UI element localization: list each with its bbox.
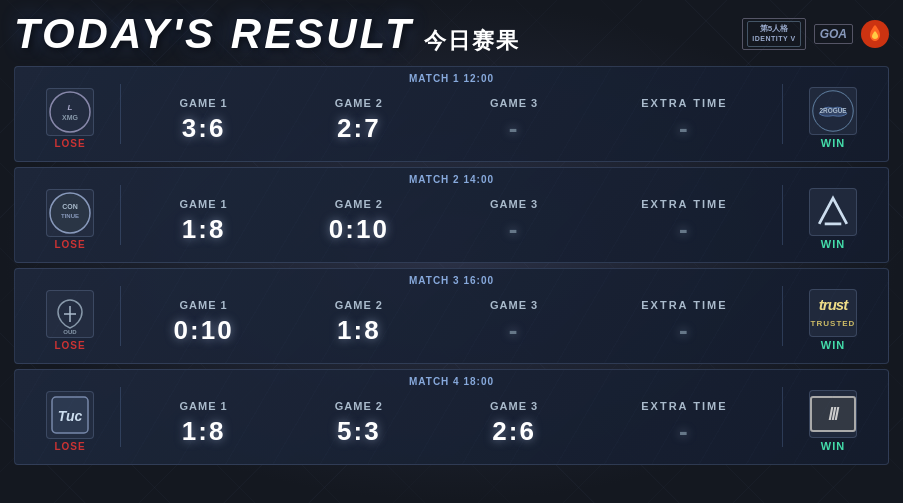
match2-game1-score: 1:8 <box>182 214 226 245</box>
goa-logo: GOA <box>814 24 853 44</box>
match3-game3: GAME 3 - <box>464 299 564 346</box>
match3-extra: EXTRA TIME - <box>619 299 749 346</box>
match1-game2-score: 2:7 <box>337 113 381 144</box>
team-right-2-result: WIN <box>821 238 845 250</box>
tuc-logo: Tuc <box>46 391 94 439</box>
team-left-1-result: LOSE <box>54 138 85 149</box>
match4-game1-score: 1:8 <box>182 416 226 447</box>
match4-game3-label: GAME 3 <box>490 400 538 412</box>
team-left-4: Tuc LOSE <box>25 391 115 452</box>
777-text: /// <box>810 396 856 432</box>
match1-extra-label: EXTRA TIME <box>641 97 727 109</box>
match2-game2: GAME 2 0:10 <box>309 198 409 245</box>
trust-logo: trust TRUSTED <box>809 289 857 337</box>
match-row-2: MATCH 2 14:00 CON TINUE LOSE GAME 1 1:8 <box>14 167 889 263</box>
team-right-4-result: WIN <box>821 440 845 452</box>
svg-text:XMG: XMG <box>62 114 79 121</box>
match1-game1-score: 3:6 <box>182 113 226 144</box>
team-left-3: OUD LOSE <box>25 290 115 351</box>
page-title-en: TODAY'S RESULT <box>14 10 414 58</box>
games-section-1: GAME 1 3:6 GAME 2 2:7 GAME 3 - EXTRA TIM… <box>126 97 777 144</box>
match4-game2-score: 5:3 <box>337 416 381 447</box>
matches-container: MATCH 1 12:00 L XMG LOSE GAME 1 3:6 <box>14 66 889 465</box>
svg-text:Tuc: Tuc <box>58 408 83 424</box>
match4-game2-label: GAME 2 <box>335 400 383 412</box>
header: TODAY'S RESULT 今日赛果 第5人格IDENTITY V GOA <box>14 10 889 58</box>
team-right-1-result: WIN <box>821 137 845 149</box>
match3-extra-score: - <box>679 315 690 346</box>
games-section-2: GAME 1 1:8 GAME 2 0:10 GAME 3 - EXTRA TI… <box>126 198 777 245</box>
oud-logo: OUD <box>46 290 94 338</box>
team-left-1: L XMG LOSE <box>25 88 115 149</box>
match3-game2-score: 1:8 <box>337 315 381 346</box>
match2-extra-label: EXTRA TIME <box>641 198 727 210</box>
logos: 第5人格IDENTITY V GOA <box>742 18 889 51</box>
team-left-3-result: LOSE <box>54 340 85 351</box>
match4-extra: EXTRA TIME - <box>619 400 749 447</box>
team-right-3-result: WIN <box>821 339 845 351</box>
match2-game3: GAME 3 - <box>464 198 564 245</box>
svg-text:2ROGUE: 2ROGUE <box>819 107 847 114</box>
match2-game1-label: GAME 1 <box>180 198 228 210</box>
games-section-3: GAME 1 0:10 GAME 2 1:8 GAME 3 - EXTRA TI… <box>126 299 777 346</box>
team-right-2: WIN <box>788 188 878 250</box>
svg-point-0 <box>50 92 90 132</box>
title-block: TODAY'S RESULT 今日赛果 <box>14 10 520 58</box>
svg-text:TINUE: TINUE <box>61 213 79 219</box>
divider-4a <box>120 387 121 447</box>
trust-text: trust TRUSTED <box>811 296 856 330</box>
page-title-cn: 今日赛果 <box>424 26 520 56</box>
match1-extra: EXTRA TIME - <box>619 97 749 144</box>
match-2-label: MATCH 2 14:00 <box>409 174 494 185</box>
games-section-4: GAME 1 1:8 GAME 2 5:3 GAME 3 2:6 EXTRA T… <box>126 400 777 447</box>
match1-game3-label: GAME 3 <box>490 97 538 109</box>
match1-game3-score: - <box>509 113 520 144</box>
team-right-1: 2ROGUE WIN <box>788 87 878 149</box>
divider-3b <box>782 286 783 346</box>
match4-extra-label: EXTRA TIME <box>641 400 727 412</box>
fire-logo <box>861 20 889 48</box>
match4-extra-score: - <box>679 416 690 447</box>
match2-game1: GAME 1 1:8 <box>154 198 254 245</box>
match2-game2-score: 0:10 <box>329 214 389 245</box>
match2-game3-score: - <box>509 214 520 245</box>
match3-game1-score: 0:10 <box>174 315 234 346</box>
team-right-4: /// WIN <box>788 390 878 452</box>
match-row-1: MATCH 1 12:00 L XMG LOSE GAME 1 3:6 <box>14 66 889 162</box>
match-row-4: MATCH 4 18:00 Tuc LOSE GAME 1 1:8 GAME 2 <box>14 369 889 465</box>
match2-game3-label: GAME 3 <box>490 198 538 210</box>
svg-text:L: L <box>68 103 73 112</box>
match1-game3: GAME 3 - <box>464 97 564 144</box>
match3-game2-label: GAME 2 <box>335 299 383 311</box>
continue-logo: CON TINUE <box>46 189 94 237</box>
match-4-label: MATCH 4 18:00 <box>409 376 494 387</box>
777-logo: /// <box>809 390 857 438</box>
2rogue-logo: 2ROGUE <box>809 87 857 135</box>
team-left-2: CON TINUE LOSE <box>25 189 115 250</box>
match3-game3-label: GAME 3 <box>490 299 538 311</box>
divider-2a <box>120 185 121 245</box>
match3-game1: GAME 1 0:10 <box>154 299 254 346</box>
match3-game3-score: - <box>509 315 520 346</box>
match1-game1: GAME 1 3:6 <box>154 97 254 144</box>
match2-game2-label: GAME 2 <box>335 198 383 210</box>
match4-game1: GAME 1 1:8 <box>154 400 254 447</box>
match4-game1-label: GAME 1 <box>180 400 228 412</box>
match4-game2: GAME 2 5:3 <box>309 400 409 447</box>
sa-logo <box>809 188 857 236</box>
match-row-3: MATCH 3 16:00 OUD LOSE GAME 1 0:10 <box>14 268 889 364</box>
match4-game3-score: 2:6 <box>492 416 536 447</box>
match4-game3: GAME 3 2:6 <box>464 400 564 447</box>
team-right-3: trust TRUSTED WIN <box>788 289 878 351</box>
identity-v-logo: 第5人格IDENTITY V <box>742 18 805 51</box>
match3-extra-label: EXTRA TIME <box>641 299 727 311</box>
match-1-label: MATCH 1 12:00 <box>409 73 494 84</box>
svg-text:CON: CON <box>62 203 78 210</box>
match-3-label: MATCH 3 16:00 <box>409 275 494 286</box>
match1-game2: GAME 2 2:7 <box>309 97 409 144</box>
team-left-2-result: LOSE <box>54 239 85 250</box>
divider-2b <box>782 185 783 245</box>
page-container: TODAY'S RESULT 今日赛果 第5人格IDENTITY V GOA M… <box>0 0 903 503</box>
xmg-logo: L XMG <box>46 88 94 136</box>
match1-game2-label: GAME 2 <box>335 97 383 109</box>
